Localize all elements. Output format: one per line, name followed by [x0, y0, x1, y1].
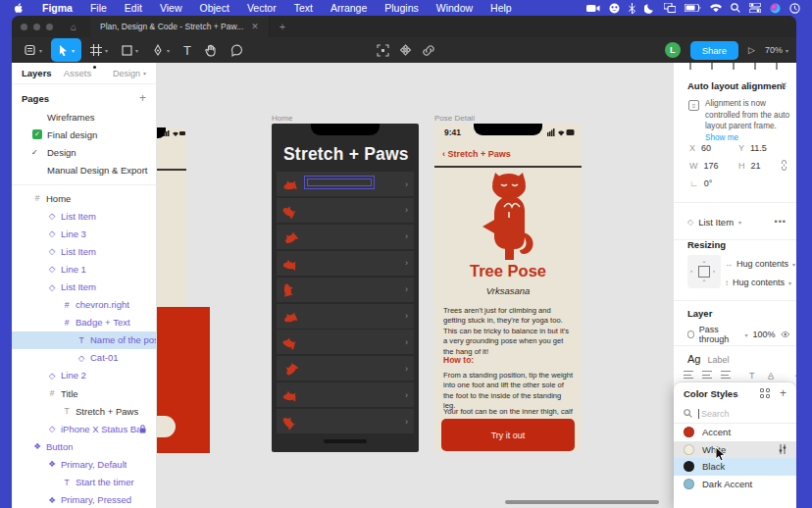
- close-notice-icon[interactable]: ✕: [780, 80, 787, 90]
- horizontal-scrollbar[interactable]: [505, 500, 659, 504]
- pose-list-item[interactable]: ›: [277, 304, 414, 329]
- visibility-eye-icon[interactable]: [781, 330, 789, 338]
- cream-pill-button[interactable]: [157, 416, 176, 437]
- frame-label-pose-detail[interactable]: Pose Detail: [434, 114, 475, 123]
- move-tool-button[interactable]: ▾: [51, 38, 81, 62]
- menu-item-vector[interactable]: Vector: [238, 2, 285, 14]
- resizing-diagram[interactable]: ⌄ ⌃ › ‹: [687, 255, 721, 288]
- menu-item-figma[interactable]: Figma: [33, 2, 81, 14]
- minimize-window-button[interactable]: [33, 24, 40, 30]
- layer-row-list-item[interactable]: ◇List Item: [12, 207, 156, 225]
- zoom-dropdown[interactable]: 70%▾: [765, 45, 788, 55]
- height-field[interactable]: H21: [738, 161, 761, 171]
- frame-label-home[interactable]: Home: [272, 114, 292, 123]
- pose-list-item[interactable]: ›: [277, 225, 414, 249]
- width-field[interactable]: W176: [689, 161, 719, 171]
- layer-row-start-the-timer[interactable]: TStart the timer: [12, 474, 156, 491]
- back-link[interactable]: ‹ Stretch + Paws: [442, 149, 511, 159]
- text-tool-button[interactable]: T: [177, 37, 198, 63]
- layer-row-list-item[interactable]: ◇List Item: [12, 278, 156, 295]
- pose-list-item[interactable]: ›: [277, 409, 414, 433]
- pose-list-item[interactable]: ›: [277, 330, 414, 354]
- pose-list-item[interactable]: ›: [277, 356, 414, 381]
- share-button[interactable]: Share: [690, 41, 738, 60]
- menu-item-text[interactable]: Text: [285, 2, 322, 14]
- menu-item-arrange[interactable]: Arrange: [322, 2, 376, 14]
- edit-style-icon[interactable]: [779, 444, 787, 454]
- color-style-white[interactable]: White: [674, 441, 796, 459]
- style-library-icon[interactable]: [760, 388, 770, 398]
- control-center-icon[interactable]: [749, 2, 761, 14]
- menu-item-view[interactable]: View: [151, 2, 191, 14]
- app-icon[interactable]: [609, 2, 620, 14]
- shape-tool-button[interactable]: ▾: [115, 37, 145, 63]
- layer-row-list-item[interactable]: ◇List Item: [12, 242, 156, 260]
- close-window-button[interactable]: [21, 24, 27, 30]
- horizontal-resizing-dropdown[interactable]: ↔Hug contents▾: [725, 259, 795, 269]
- main-menu-button[interactable]: ▾: [18, 37, 49, 63]
- layer-row-primary-pressed[interactable]: ❖Primary, Pressed: [12, 491, 156, 508]
- blend-mode-row[interactable]: Pass through▾ 100%: [687, 325, 789, 344]
- menu-item-edit[interactable]: Edit: [116, 2, 151, 14]
- apple-menu-icon[interactable]: [14, 3, 24, 14]
- page-row-manual-design-export[interactable]: Manual Design & Export: [12, 161, 156, 178]
- menu-item-plugins[interactable]: Plugins: [376, 2, 427, 14]
- home-icon[interactable]: ⌂: [71, 22, 76, 32]
- pose-list-item[interactable]: ›: [277, 251, 414, 276]
- tab-assets[interactable]: Assets: [64, 68, 92, 78]
- use-as-mask-button[interactable]: [422, 44, 435, 57]
- text-format-icons-row[interactable]: TA̲⋯: [684, 371, 796, 381]
- menu-item-help[interactable]: Help: [482, 2, 521, 14]
- try-it-out-button[interactable]: Try it out: [441, 419, 575, 451]
- moon-icon[interactable]: [644, 2, 655, 14]
- pose-list-item[interactable]: ›: [277, 382, 414, 407]
- wifi-icon[interactable]: [710, 2, 722, 14]
- x-position-field[interactable]: X60: [689, 143, 711, 153]
- spotlight-icon[interactable]: [731, 2, 740, 14]
- color-style-dark-accent[interactable]: Dark Accent: [674, 476, 796, 493]
- page-row-wireframes[interactable]: Wireframes: [12, 108, 156, 126]
- home-frame[interactable]: Stretch + Paws › › › › › › › › › ›: [272, 124, 419, 452]
- layer-row-title[interactable]: #Title: [12, 384, 156, 402]
- comment-tool-button[interactable]: [224, 37, 250, 63]
- screen-record-icon[interactable]: [586, 2, 600, 14]
- pen-tool-button[interactable]: ▾: [145, 37, 177, 63]
- siri-icon[interactable]: [770, 2, 781, 14]
- layer-row-line-1[interactable]: ◇Line 1: [12, 260, 156, 278]
- menu-item-file[interactable]: File: [81, 2, 116, 14]
- page-row-final-design[interactable]: ✓Final design: [12, 126, 156, 143]
- opacity-field[interactable]: 100%: [753, 330, 776, 339]
- battery-icon[interactable]: [685, 2, 701, 14]
- page-row-design[interactable]: ✓Design: [12, 143, 156, 161]
- instance-dropdown[interactable]: ◇List Item▾: [687, 217, 741, 228]
- new-tab-button[interactable]: +: [279, 21, 285, 32]
- tab-layers[interactable]: Layers: [22, 68, 52, 78]
- color-style-black[interactable]: Black: [674, 458, 796, 476]
- constrain-proportions-icon[interactable]: [781, 160, 787, 171]
- show-me-link[interactable]: Show me: [705, 133, 738, 142]
- layer-row-chevron-right[interactable]: #chevron.right: [12, 296, 156, 314]
- hand-tool-button[interactable]: [198, 37, 224, 63]
- menu-item-window[interactable]: Window: [428, 2, 482, 14]
- file-tab[interactable]: Plan, Design & Code - Stretch + Paw... ✕: [90, 16, 270, 37]
- traffic-lights[interactable]: [21, 24, 53, 30]
- avatar[interactable]: L: [665, 42, 681, 58]
- canvas[interactable]: Home Stretch + Paws › › › › › › › › › ›: [157, 63, 673, 508]
- layer-row-line-2[interactable]: ◇Line 2: [12, 367, 156, 384]
- bluetooth-icon[interactable]: [629, 2, 635, 14]
- close-tab-icon[interactable]: ✕: [251, 22, 259, 31]
- layer-row-badge-text[interactable]: #Badge + Text: [12, 314, 156, 331]
- create-component-button[interactable]: [399, 44, 412, 57]
- alignment-icons-row[interactable]: [674, 63, 796, 70]
- layer-row-name-of-the-pose[interactable]: TName of the pose: [12, 331, 156, 349]
- zoom-window-button[interactable]: [46, 24, 53, 30]
- lock-icon[interactable]: [139, 425, 146, 433]
- color-style-accent[interactable]: Accent: [674, 424, 796, 441]
- pose-list-item[interactable]: ›: [277, 278, 414, 302]
- layer-row-button[interactable]: ❖Button: [12, 437, 156, 455]
- layer-row-iphone-x-status-bar[interactable]: ◇iPhone X Status Bar: [12, 420, 156, 437]
- partial-frame-pose-detail-copy[interactable]: [157, 127, 186, 307]
- pose-detail-frame[interactable]: 9:41 ‹ Stretch + Paws: [434, 124, 582, 452]
- layer-row-line-3[interactable]: ◇Line 3: [12, 225, 156, 242]
- style-search-field[interactable]: Search: [674, 404, 796, 424]
